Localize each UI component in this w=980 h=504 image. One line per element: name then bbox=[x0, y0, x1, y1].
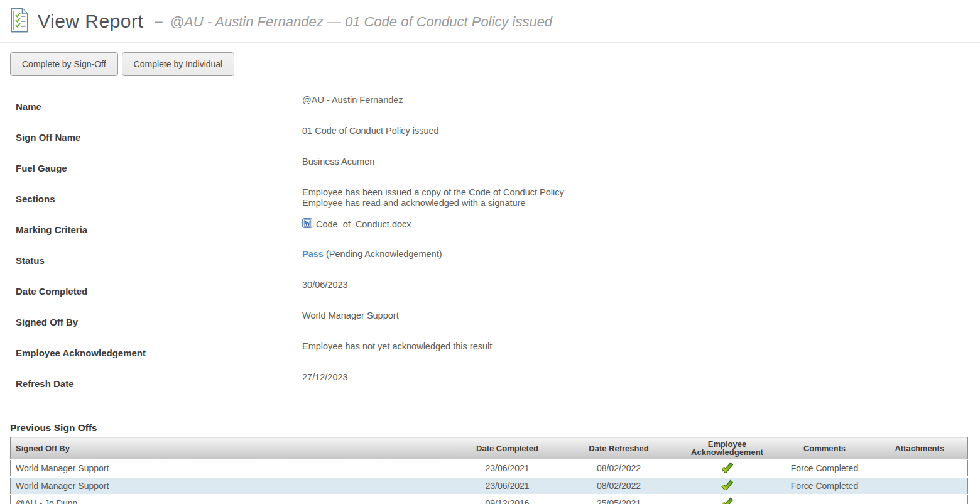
cell-date-refreshed: 08/02/2022 bbox=[561, 459, 677, 477]
detail-row-sections: Sections Employee has been issued a copy… bbox=[16, 185, 980, 216]
marking-criteria-file-name: Code_of_Conduct.docx bbox=[316, 219, 411, 230]
name-value: @AU - Austin Fernandez bbox=[302, 93, 980, 106]
sections-value: Employee has been issued a copy of the C… bbox=[302, 185, 980, 209]
refresh-date-label: Refresh Date bbox=[16, 370, 302, 389]
cell-comments: Force Completed bbox=[778, 459, 872, 477]
marking-criteria-file-link[interactable]: W Code_of_Conduct.docx bbox=[302, 218, 411, 231]
status-pass-text: Pass bbox=[302, 249, 324, 259]
column-header-employee-acknowledgement: Employee Acknowledgement bbox=[677, 437, 778, 460]
cell-signed-off-by: @AU - Jo Dunn bbox=[11, 495, 454, 504]
cell-comments: — bbox=[778, 495, 872, 504]
cell-employee-acknowledgement bbox=[677, 477, 778, 495]
detail-row-signed-off-by: Signed Off By World Manager Support bbox=[16, 309, 980, 339]
green-check-icon bbox=[721, 497, 733, 504]
cell-date-completed: 23/06/2021 bbox=[454, 459, 561, 477]
detail-row-status: Status Pass (Pending Acknowledgement) bbox=[16, 247, 980, 278]
report-details: Name @AU - Austin Fernandez Sign Off Nam… bbox=[16, 93, 980, 401]
column-header-signed-off-by: Signed Off By bbox=[11, 437, 454, 460]
cell-date-completed: 09/12/2016 bbox=[454, 495, 561, 504]
table-row: World Manager Support 23/06/2021 08/02/2… bbox=[11, 477, 968, 495]
employee-acknowledgement-value: Employee has not yet acknowledged this r… bbox=[302, 339, 980, 352]
fuel-gauge-value: Business Acumen bbox=[302, 155, 980, 167]
sections-line-2: Employee has read and acknowledged with … bbox=[302, 198, 980, 209]
detail-row-fuel-gauge: Fuel Gauge Business Acumen bbox=[16, 155, 980, 185]
previous-sign-offs-table: Signed Off By Date Completed Date Refres… bbox=[10, 437, 968, 504]
status-value: Pass (Pending Acknowledgement) bbox=[302, 247, 980, 260]
page-title: View Report bbox=[38, 11, 143, 32]
cell-date-completed: 23/06/2021 bbox=[454, 477, 561, 495]
cell-comments: Force Completed bbox=[778, 477, 872, 495]
cell-date-refreshed: 08/02/2022 bbox=[561, 477, 677, 495]
cell-date-refreshed: 25/05/2021 bbox=[561, 495, 677, 504]
column-header-date-completed: Date Completed bbox=[454, 437, 561, 460]
table-row: World Manager Support 23/06/2021 08/02/2… bbox=[11, 459, 968, 477]
previous-sign-offs-title: Previous Sign Offs bbox=[10, 422, 980, 434]
sections-line-1: Employee has been issued a copy of the C… bbox=[302, 187, 980, 198]
fuel-gauge-label: Fuel Gauge bbox=[16, 155, 302, 173]
cell-attachments bbox=[872, 459, 968, 477]
green-check-icon bbox=[721, 479, 733, 492]
cell-signed-off-by: World Manager Support bbox=[11, 477, 454, 495]
signed-off-by-value: World Manager Support bbox=[302, 309, 980, 321]
detail-row-employee-acknowledgement: Employee Acknowledgement Employee has no… bbox=[16, 339, 980, 370]
detail-row-sign-off-name: Sign Off Name 01 Code of Conduct Policy … bbox=[16, 124, 980, 155]
title-separator: – bbox=[155, 13, 162, 30]
name-label: Name bbox=[16, 93, 302, 112]
status-label: Status bbox=[16, 247, 302, 266]
checklist-report-icon bbox=[10, 8, 29, 35]
green-check-icon bbox=[721, 462, 733, 474]
sign-off-name-label: Sign Off Name bbox=[16, 124, 302, 143]
page-subtitle: @AU - Austin Fernandez — 01 Code of Cond… bbox=[170, 13, 552, 30]
marking-criteria-label: Marking Criteria bbox=[16, 216, 302, 235]
cell-employee-acknowledgement bbox=[677, 459, 778, 477]
table-header-row: Signed Off By Date Completed Date Refres… bbox=[11, 437, 968, 460]
column-header-comments: Comments bbox=[778, 437, 872, 460]
word-doc-icon: W bbox=[302, 218, 313, 231]
detail-row-date-completed: Date Completed 30/06/2023 bbox=[16, 278, 980, 309]
refresh-date-value: 27/12/2023 bbox=[302, 370, 980, 383]
signed-off-by-label: Signed Off By bbox=[16, 309, 302, 327]
employee-acknowledgement-label: Employee Acknowledgement bbox=[16, 339, 302, 358]
svg-text:W: W bbox=[305, 220, 311, 227]
cell-attachments bbox=[872, 477, 968, 495]
cell-attachments bbox=[872, 495, 968, 504]
cell-employee-acknowledgement bbox=[677, 495, 778, 504]
cell-signed-off-by: World Manager Support bbox=[11, 459, 454, 477]
complete-by-individual-button[interactable]: Complete by Individual bbox=[122, 52, 235, 76]
sections-label: Sections bbox=[16, 185, 302, 204]
status-suffix-text: (Pending Acknowledgement) bbox=[326, 249, 442, 259]
date-completed-value: 30/06/2023 bbox=[302, 278, 980, 290]
page-header: View Report – @AU - Austin Fernandez — 0… bbox=[0, 0, 980, 43]
detail-row-refresh-date: Refresh Date 27/12/2023 bbox=[16, 370, 980, 401]
column-header-attachments: Attachments bbox=[872, 437, 968, 460]
detail-row-name: Name @AU - Austin Fernandez bbox=[16, 93, 980, 124]
table-row: @AU - Jo Dunn 09/12/2016 25/05/2021 bbox=[11, 495, 968, 504]
toolbar: Complete by Sign-Off Complete by Individ… bbox=[0, 43, 980, 76]
date-completed-label: Date Completed bbox=[16, 278, 302, 297]
detail-row-marking-criteria: Marking Criteria W Code_of_Conduct.docx bbox=[16, 216, 980, 247]
complete-by-signoff-button[interactable]: Complete by Sign-Off bbox=[10, 52, 118, 76]
sign-off-name-value: 01 Code of Conduct Policy issued bbox=[302, 124, 980, 136]
column-header-date-refreshed: Date Refreshed bbox=[561, 437, 677, 460]
